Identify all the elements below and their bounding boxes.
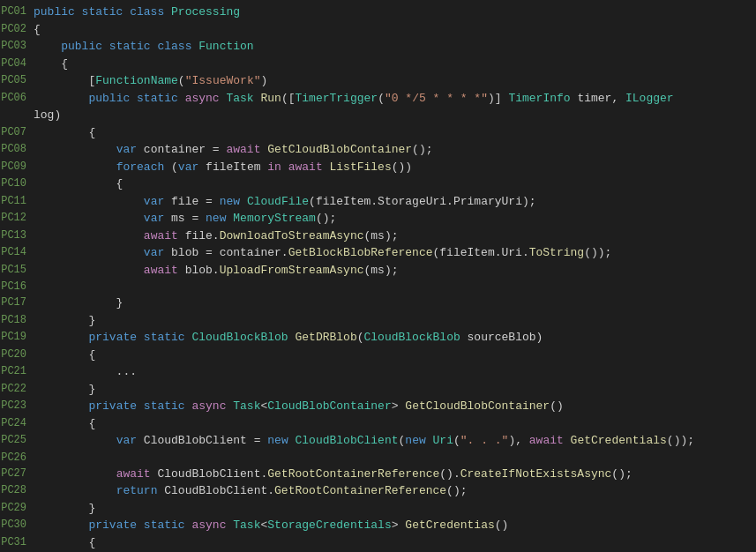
plain-token	[34, 160, 116, 174]
plain-token: )	[261, 74, 268, 87]
table-row: PC17 }	[0, 295, 749, 312]
kw2-token: await	[529, 434, 571, 447]
plain-token: ());	[667, 434, 694, 447]
plain-token: CloudBlobClient.	[157, 467, 267, 481]
type-token: Processing	[171, 5, 240, 19]
plain-token	[34, 246, 144, 259]
type-token: TimerInfo	[508, 92, 570, 105]
kw2-token: async	[191, 518, 233, 532]
line-number: PC04	[0, 56, 34, 73]
str-token: ". . ."	[460, 434, 509, 447]
line-content: {	[34, 347, 749, 364]
line-number: PC01	[0, 4, 34, 21]
table-row: PC06 public static async Task Run([Timer…	[0, 90, 749, 108]
type-token: CloudFile	[247, 195, 309, 208]
line-content: var blob = container.GetBlockBlobReferen…	[34, 244, 749, 262]
plain-token: (	[171, 160, 178, 174]
method-token: GetRootContainerReference	[274, 484, 446, 497]
method-token: GetCloudBlobContainer	[405, 399, 550, 413]
plain-token	[34, 212, 144, 225]
line-number: PC08	[0, 141, 34, 159]
method-token: GetBlockBlobReference	[288, 246, 433, 259]
table-row: PC20 {	[0, 347, 749, 364]
plain-token: (	[453, 434, 460, 447]
table-row: PC27 await CloudBlobClient.GetRootContai…	[0, 466, 749, 483]
line-content: }	[34, 312, 749, 330]
line-content: public static async Task Run([TimerTrigg…	[34, 90, 749, 108]
plain-token: blob = container.	[171, 246, 288, 259]
plain-token: file =	[171, 195, 220, 208]
type-token: CloudBlockBlob	[191, 331, 288, 344]
table-row: PC08 var container = await GetCloudBlobC…	[0, 141, 749, 159]
line-content: var CloudBlobClient = new CloudBlobClien…	[34, 432, 749, 450]
type-token: CloudBlockBlob	[364, 331, 460, 344]
plain-token	[34, 434, 116, 447]
kw2-token: await	[116, 467, 158, 481]
method-token: Run	[260, 92, 281, 105]
code-content: PC01public static class ProcessingPC02{P…	[0, 4, 756, 552]
line-number: PC28	[0, 482, 34, 500]
line-number: PC26	[0, 450, 34, 466]
line-number: PC07	[0, 124, 34, 142]
plain-token	[34, 40, 61, 53]
method-token: GetCloudBlobContainer	[267, 143, 412, 156]
plain-token	[34, 92, 88, 105]
line-number: PC10	[0, 175, 34, 193]
table-row: PC25 var CloudBlobClient = new CloudBlob…	[0, 432, 749, 450]
line-content: public static class Processing	[34, 4, 749, 21]
kw-token: public	[61, 40, 109, 53]
method-token: GetRootContainerReference	[267, 467, 439, 481]
method-token: GetCredentials	[571, 434, 667, 447]
line-content: return CloudBlobClient.GetRootContainerR…	[34, 482, 749, 500]
kw-token: var	[116, 434, 144, 447]
kw2-token: in	[267, 160, 288, 174]
kw-token: new	[405, 434, 432, 447]
type-token: CloudBlobClient	[296, 434, 399, 447]
type-token: Function	[198, 40, 253, 53]
plain-token: ()	[550, 399, 564, 413]
line-content: {	[34, 124, 749, 142]
plain-token: ();	[316, 212, 336, 225]
table-row: PC15 await blob.UploadFromStreamAsync(ms…	[0, 262, 749, 280]
plain-token: (fileItem.Uri.	[433, 246, 529, 259]
line-content: }	[34, 295, 749, 312]
plain-token: (	[378, 92, 385, 105]
line-content: {	[34, 175, 749, 193]
plain-token: CloudBlobClient.	[164, 484, 274, 497]
method-token: ToString	[529, 246, 584, 259]
line-content: public static class Function	[34, 38, 749, 56]
table-row: PC18 }	[0, 312, 749, 330]
table-row: PC22 }	[0, 381, 749, 399]
type-token: ILogger	[625, 92, 674, 105]
line-number: PC16	[0, 279, 34, 295]
kw-token: static	[82, 5, 131, 19]
line-number: PC24	[0, 415, 34, 433]
plain-token: }	[34, 502, 95, 515]
plain-token: (fileItem.StorageUri.PrimaryUri);	[309, 195, 535, 208]
line-number: PC23	[0, 398, 34, 415]
line-number: PC18	[0, 312, 34, 330]
plain-token: {	[34, 348, 95, 362]
line-number: PC12	[0, 210, 34, 228]
plain-token: {	[34, 417, 95, 430]
kw-token: var	[144, 212, 171, 225]
table-row: PC13 await file.DownloadToStreamAsync(ms…	[0, 228, 749, 245]
kw-token: class	[130, 5, 171, 19]
plain-token: ();	[446, 484, 467, 497]
line-content	[34, 279, 749, 295]
plain-token	[34, 484, 116, 497]
kw2-token: await	[144, 229, 185, 242]
table-row: PC19 private static CloudBlockBlob GetDR…	[0, 329, 749, 347]
line-number: PC05	[0, 72, 34, 90]
line-number: PC22	[0, 381, 34, 399]
type-token: FunctionName	[95, 74, 178, 87]
kw-token: new	[220, 195, 247, 208]
plain-token: )]	[488, 92, 508, 105]
line-number: PC15	[0, 262, 34, 280]
table-row: PC05 [FunctionName("IssueWork")	[0, 72, 749, 90]
kw-token: new	[206, 212, 233, 225]
kw-token: var	[144, 246, 171, 259]
line-number: PC14	[0, 244, 34, 262]
table-row: PC03 public static class Function	[0, 38, 749, 56]
kw2-token: async	[191, 399, 233, 413]
